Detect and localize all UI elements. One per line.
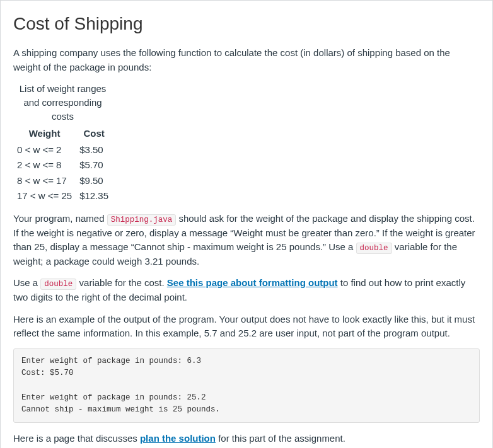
text: variable for the cost. bbox=[79, 277, 167, 288]
page-title: Cost of Shipping bbox=[13, 11, 480, 37]
plan-paragraph: Here is a page that discusses plan the s… bbox=[13, 432, 480, 446]
weight-cost: $9.50 bbox=[76, 173, 112, 189]
weight-cost: $5.70 bbox=[76, 158, 112, 173]
text: Use a bbox=[13, 277, 40, 288]
weight-range: 0 < w <= 2 bbox=[13, 142, 76, 158]
code-type: double bbox=[40, 279, 76, 290]
code-type: double bbox=[356, 243, 392, 254]
weight-range: 2 < w <= 8 bbox=[13, 158, 76, 173]
table-row: 2 < w <= 8 $5.70 bbox=[13, 158, 112, 173]
formatting-paragraph: Use a double variable for the cost. See … bbox=[13, 276, 480, 304]
sample-output-block: Enter weight of package in pounds: 6.3 C… bbox=[13, 348, 480, 423]
intro-paragraph: A shipping company uses the following fu… bbox=[13, 46, 480, 74]
weight-range: 8 < w <= 17 bbox=[13, 173, 76, 189]
weight-cost: $3.50 bbox=[76, 142, 112, 158]
example-intro-paragraph: Here is an example of the output of the … bbox=[13, 313, 480, 341]
text: Here is a page that discusses bbox=[13, 433, 140, 444]
weight-cost: $12.35 bbox=[76, 188, 112, 204]
table-row: 8 < w <= 17 $9.50 bbox=[13, 173, 112, 189]
code-filename: Shipping.java bbox=[107, 214, 177, 226]
weight-cost-table: List of weight ranges and corresponding … bbox=[13, 82, 112, 204]
program-spec-paragraph: Your program, named Shipping.java should… bbox=[13, 212, 480, 269]
table-row: 17 < w <= 25 $12.35 bbox=[13, 188, 112, 204]
weight-range: 17 < w <= 25 bbox=[13, 188, 76, 204]
col-header-cost: Cost bbox=[76, 125, 112, 142]
document-page: Cost of Shipping A shipping company uses… bbox=[0, 0, 493, 448]
formatting-output-link[interactable]: See this page about formatting output bbox=[167, 277, 338, 288]
col-header-weight: Weight bbox=[13, 125, 76, 142]
plan-solution-link[interactable]: plan the solution bbox=[140, 433, 216, 444]
table-row: 0 < w <= 2 $3.50 bbox=[13, 142, 112, 158]
text: for this part of the assignment. bbox=[218, 433, 345, 444]
text: Your program, named bbox=[13, 213, 107, 224]
table-caption: List of weight ranges and corresponding … bbox=[13, 82, 112, 125]
